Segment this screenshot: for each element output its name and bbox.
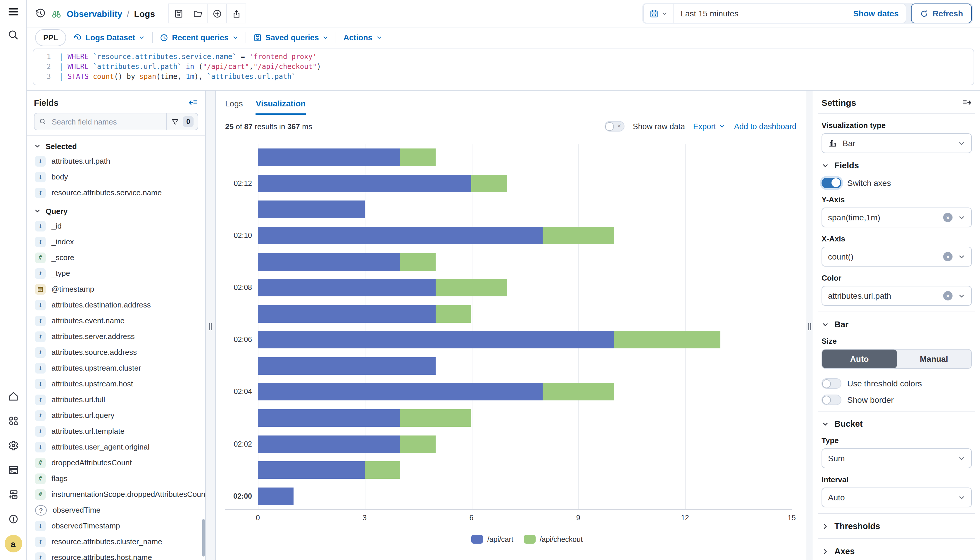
collapse-settings-panel-icon[interactable] — [962, 98, 972, 108]
field-item[interactable]: tattributes.upstream.cluster — [34, 360, 198, 376]
actions-menu[interactable]: Actions — [343, 33, 382, 42]
search-icon[interactable] — [0, 23, 26, 47]
query-editor[interactable]: 1| WHERE `resource.attributes.service.na… — [33, 48, 974, 85]
bar-segment-api-checkout[interactable] — [614, 331, 720, 349]
show-dates-button[interactable]: Show dates — [846, 9, 906, 18]
bar-segment-api-cart[interactable] — [258, 305, 436, 323]
clear-icon[interactable]: × — [943, 252, 953, 261]
bar-segment-api-cart[interactable] — [258, 331, 614, 349]
scrollbar-thumb[interactable] — [202, 519, 205, 557]
tab-logs[interactable]: Logs — [225, 99, 243, 115]
field-item[interactable]: tattributes.source.address — [34, 344, 198, 360]
legend-item[interactable]: /api/checkout — [524, 535, 583, 543]
query-language-pill[interactable]: PPL — [35, 29, 67, 46]
save-button[interactable] — [168, 3, 188, 23]
bucket-type-select[interactable]: Sum — [822, 448, 972, 468]
field-item[interactable]: tattributes.destination.address — [34, 297, 198, 313]
breadcrumb-app[interactable]: Observability — [67, 8, 122, 18]
clear-icon[interactable]: × — [943, 213, 953, 222]
field-item[interactable]: #droppedAttributesCount — [34, 455, 198, 470]
code-line[interactable]: 2| WHERE `attributes.url.path` in ("/api… — [33, 62, 973, 72]
bar-segment-api-cart[interactable] — [258, 357, 436, 375]
section-fields[interactable]: Fields — [822, 161, 972, 170]
switch-axes-toggle[interactable] — [822, 178, 842, 188]
field-item[interactable]: tresource.attributes.host.name — [34, 550, 198, 560]
field-item[interactable]: ?observedTime — [34, 502, 198, 518]
bar-segment-api-cart[interactable] — [258, 461, 365, 479]
bar-segment-api-checkout[interactable] — [543, 383, 614, 401]
field-item[interactable]: @timestamp — [34, 281, 198, 297]
recent-queries-menu[interactable]: Recent queries — [160, 33, 238, 42]
bar-segment-api-checkout[interactable] — [436, 305, 472, 323]
code-line[interactable]: 3| STATS count() by span(time, 1m), `att… — [33, 72, 973, 82]
add-panel-icon[interactable] — [0, 483, 26, 506]
dataset-selector[interactable]: Logs Dataset — [73, 33, 145, 42]
clear-icon[interactable]: × — [943, 291, 953, 300]
field-item[interactable]: tattributes.url.full — [34, 392, 198, 407]
code-line[interactable]: 1| WHERE `resource.attributes.service.na… — [33, 52, 973, 62]
export-menu[interactable]: Export — [693, 122, 726, 131]
bar-segment-api-cart[interactable] — [258, 383, 543, 401]
menu-icon[interactable] — [0, 0, 26, 23]
field-item[interactable]: t_type — [34, 265, 198, 281]
x-axis-select[interactable]: count() × — [822, 247, 972, 267]
field-item[interactable]: tbody — [34, 169, 198, 185]
field-group-query[interactable]: Query — [34, 204, 198, 218]
field-filter-button[interactable]: 0 — [166, 113, 198, 130]
field-item[interactable]: tobservedTimestamp — [34, 518, 198, 534]
share-button[interactable] — [226, 3, 246, 23]
field-item[interactable]: tattributes.upstream.host — [34, 376, 198, 392]
field-item[interactable]: tattributes.server.address — [34, 328, 198, 344]
bar-segment-api-cart[interactable] — [258, 175, 471, 192]
field-item[interactable]: tattributes.url.template — [34, 423, 198, 439]
bar-segment-api-cart[interactable] — [258, 279, 436, 297]
show-border-toggle[interactable] — [822, 395, 842, 405]
bar-segment-api-checkout[interactable] — [471, 175, 507, 192]
open-folder-button[interactable] — [188, 3, 208, 23]
field-item[interactable]: #_score — [34, 250, 198, 265]
field-item[interactable]: tattributes.user_agent.original — [34, 439, 198, 455]
bar-segment-api-checkout[interactable] — [400, 409, 471, 427]
field-item[interactable]: #instrumentationScope.droppedAttributesC… — [34, 487, 198, 502]
section-bucket[interactable]: Bucket — [822, 419, 972, 428]
field-item[interactable]: #flags — [34, 470, 198, 487]
show-raw-data-toggle[interactable]: × — [605, 121, 625, 132]
bar-segment-api-checkout[interactable] — [400, 253, 436, 270]
field-item[interactable]: tresource.attributes.cluster_name — [34, 534, 198, 550]
new-button[interactable] — [207, 3, 227, 23]
viz-type-select[interactable]: Bar — [822, 133, 972, 153]
info-icon[interactable] — [0, 507, 26, 531]
bar-segment-api-checkout[interactable] — [436, 279, 507, 297]
time-range-value[interactable]: Last 15 minutes — [673, 9, 846, 18]
field-item[interactable]: t_id — [34, 218, 198, 234]
bar-segment-api-cart[interactable] — [258, 227, 543, 244]
bar-segment-api-cart[interactable] — [258, 253, 400, 270]
legend-item[interactable]: /api/cart — [472, 535, 513, 543]
bar-segment-api-cart[interactable] — [258, 488, 293, 505]
field-item[interactable]: tattributes.event.name — [34, 313, 198, 328]
field-item[interactable]: tresource.attributes.service.name — [34, 185, 198, 200]
tab-visualization[interactable]: Visualization — [256, 99, 306, 115]
y-axis-select[interactable]: span(time,1m) × — [822, 208, 972, 227]
calendar-menu[interactable] — [644, 4, 673, 23]
use-threshold-colors-toggle[interactable] — [822, 378, 842, 389]
field-item[interactable]: tattributes.url.path — [34, 153, 198, 169]
size-manual-option[interactable]: Manual — [897, 350, 971, 368]
bar-segment-api-checkout[interactable] — [400, 149, 436, 166]
history-icon[interactable] — [35, 8, 46, 19]
section-axes[interactable]: Axes — [822, 547, 972, 556]
gear-icon[interactable] — [0, 434, 26, 457]
bar-segment-api-cart[interactable] — [258, 149, 400, 166]
bucket-interval-select[interactable]: Auto — [822, 488, 972, 507]
section-bar[interactable]: Bar — [822, 320, 972, 329]
collapse-fields-panel-icon[interactable] — [188, 98, 198, 108]
bar-segment-api-checkout[interactable] — [543, 227, 614, 244]
field-search-input[interactable] — [51, 117, 162, 127]
user-avatar[interactable]: a — [0, 532, 26, 555]
apps-icon[interactable] — [0, 409, 26, 433]
bar-segment-api-checkout[interactable] — [365, 461, 400, 479]
size-auto-option[interactable]: Auto — [822, 350, 897, 368]
field-item[interactable]: t_index — [34, 234, 198, 250]
panel-resizer[interactable] — [206, 91, 215, 560]
home-icon[interactable] — [0, 385, 26, 408]
